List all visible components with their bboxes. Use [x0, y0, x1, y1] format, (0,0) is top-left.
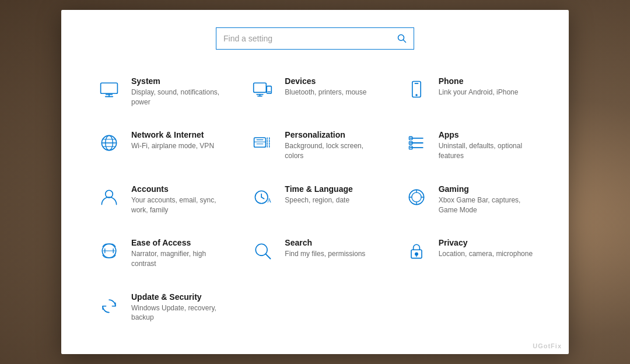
settings-item-update[interactable]: Update & SecurityWindows Update, recover…: [85, 283, 238, 337]
svg-line-48: [266, 254, 271, 259]
svg-text:A: A: [267, 197, 272, 204]
time-icon: A: [250, 184, 275, 210]
devices-icon: [250, 76, 275, 102]
personalization-icon: [250, 130, 275, 156]
gaming-icon: [404, 184, 429, 210]
time-title: Time & Language: [285, 184, 352, 194]
svg-line-35: [262, 197, 265, 199]
update-title: Update & Security: [131, 292, 226, 302]
settings-item-gaming[interactable]: GamingXbox Game Bar, captures, Game Mode: [392, 175, 545, 229]
svg-line-1: [404, 40, 406, 43]
system-desc: Display, sound, notifications, power: [131, 88, 226, 107]
svg-point-32: [106, 190, 113, 198]
personalization-title: Personalization: [285, 130, 380, 139]
settings-grid: SystemDisplay, sound, notifications, pow…: [85, 67, 545, 337]
privacy-desc: Location, camera, microphone: [439, 249, 533, 259]
settings-item-system[interactable]: SystemDisplay, sound, notifications, pow…: [85, 67, 238, 121]
settings-item-ease[interactable]: Ease of AccessNarrator, magnifier, high …: [85, 229, 238, 282]
svg-rect-2: [101, 83, 118, 93]
privacy-title: Privacy: [439, 238, 533, 247]
network-title: Network & Internet: [131, 130, 214, 139]
settings-item-personalization[interactable]: PersonalizationBackground, lock screen, …: [238, 121, 391, 174]
settings-item-time[interactable]: A Time & LanguageSpeech, region, date: [238, 175, 391, 229]
search-input[interactable]: [223, 34, 397, 43]
update-desc: Windows Update, recovery, backup: [131, 303, 226, 323]
search-desc: Find my files, permissions: [285, 249, 365, 259]
search-bar[interactable]: [216, 27, 414, 50]
search-title: Search: [285, 238, 365, 247]
phone-title: Phone: [439, 76, 519, 86]
system-title: System: [131, 76, 226, 86]
settings-item-search[interactable]: SearchFind my files, permissions: [238, 229, 391, 282]
svg-rect-7: [267, 86, 272, 94]
svg-point-38: [412, 192, 421, 202]
devices-title: Devices: [285, 76, 366, 86]
search-icon: [250, 238, 275, 264]
gaming-title: Gaming: [439, 184, 534, 194]
search-icon: [397, 34, 407, 43]
update-icon: [96, 292, 122, 318]
ease-icon: [96, 238, 122, 264]
svg-rect-20: [254, 138, 266, 147]
network-desc: Wi-Fi, airplane mode, VPN: [131, 141, 214, 151]
svg-point-14: [416, 94, 417, 96]
apps-title: Apps: [439, 130, 534, 139]
devices-desc: Bluetooth, printers, mouse: [285, 88, 366, 97]
apps-icon: [404, 130, 429, 156]
svg-rect-6: [254, 83, 267, 92]
apps-desc: Uninstall, defaults, optional features: [439, 141, 534, 161]
settings-item-network[interactable]: Network & InternetWi-Fi, airplane mode, …: [85, 121, 238, 174]
settings-window: SystemDisplay, sound, notifications, pow…: [61, 10, 569, 354]
accounts-title: Accounts: [131, 184, 226, 194]
personalization-desc: Background, lock screen, colors: [285, 141, 380, 161]
ease-desc: Narrator, magnifier, high contrast: [131, 249, 226, 269]
phone-desc: Link your Android, iPhone: [439, 88, 519, 97]
privacy-icon: [404, 238, 429, 264]
gaming-desc: Xbox Game Bar, captures, Game Mode: [439, 195, 534, 215]
phone-icon: [404, 76, 429, 102]
watermark: UGotFix: [533, 342, 562, 349]
settings-item-apps[interactable]: AppsUninstall, defaults, optional featur…: [392, 121, 545, 174]
settings-item-phone[interactable]: PhoneLink your Android, iPhone: [392, 67, 545, 121]
accounts-icon: [96, 184, 122, 210]
network-icon: [96, 130, 122, 156]
settings-item-privacy[interactable]: PrivacyLocation, camera, microphone: [392, 229, 545, 282]
settings-item-devices[interactable]: DevicesBluetooth, printers, mouse: [238, 67, 391, 121]
time-desc: Speech, region, date: [285, 195, 352, 205]
accounts-desc: Your accounts, email, sync, work, family: [131, 195, 226, 215]
ease-title: Ease of Access: [131, 238, 226, 247]
settings-item-accounts[interactable]: AccountsYour accounts, email, sync, work…: [85, 175, 238, 229]
system-icon: [96, 76, 122, 102]
